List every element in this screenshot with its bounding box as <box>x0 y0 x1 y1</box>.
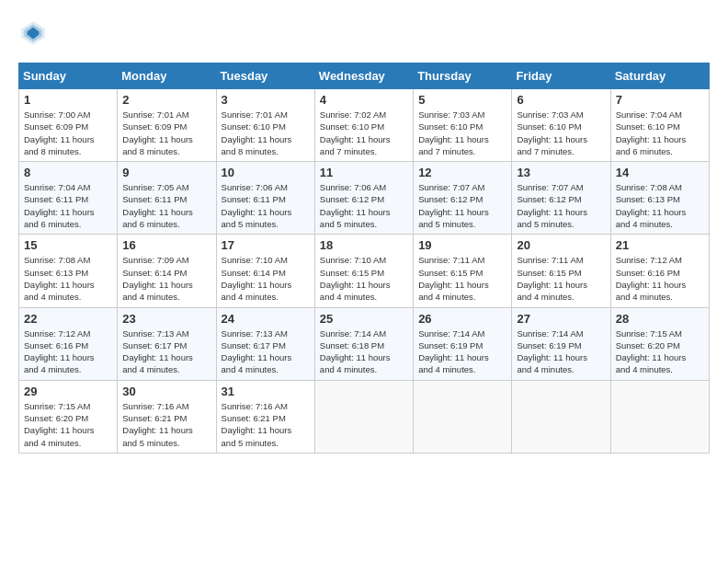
calendar-cell: 22Sunrise: 7:12 AM Sunset: 6:16 PM Dayli… <box>19 307 118 380</box>
calendar-cell <box>512 380 610 453</box>
calendar-cell: 17Sunrise: 7:10 AM Sunset: 6:14 PM Dayli… <box>216 235 314 307</box>
day-number: 27 <box>517 312 605 326</box>
calendar-cell: 5Sunrise: 7:03 AM Sunset: 6:10 PM Daylig… <box>414 89 512 162</box>
day-info: Sunrise: 7:07 AM Sunset: 6:12 PM Dayligh… <box>517 181 605 230</box>
day-header-sunday: Sunday <box>19 63 118 89</box>
day-number: 4 <box>320 93 408 107</box>
calendar-cell: 27Sunrise: 7:14 AM Sunset: 6:19 PM Dayli… <box>512 307 610 380</box>
calendar-cell: 30Sunrise: 7:16 AM Sunset: 6:21 PM Dayli… <box>118 380 216 453</box>
day-info: Sunrise: 7:06 AM Sunset: 6:11 PM Dayligh… <box>222 181 310 230</box>
day-info: Sunrise: 7:09 AM Sunset: 6:14 PM Dayligh… <box>122 254 210 303</box>
day-info: Sunrise: 7:14 AM Sunset: 6:19 PM Dayligh… <box>517 327 605 376</box>
day-number: 25 <box>320 312 408 326</box>
calendar-cell: 3Sunrise: 7:01 AM Sunset: 6:10 PM Daylig… <box>216 89 314 162</box>
day-number: 3 <box>222 93 310 107</box>
day-number: 15 <box>24 238 112 252</box>
day-number: 22 <box>24 312 112 326</box>
day-number: 29 <box>24 385 112 398</box>
day-number: 26 <box>418 312 506 326</box>
calendar-cell <box>414 380 512 453</box>
calendar-cell: 1Sunrise: 7:00 AM Sunset: 6:09 PM Daylig… <box>19 89 118 162</box>
calendar-header-row: SundayMondayTuesdayWednesdayThursdayFrid… <box>19 63 710 89</box>
calendar-cell: 13Sunrise: 7:07 AM Sunset: 6:12 PM Dayli… <box>512 162 610 235</box>
calendar-cell: 31Sunrise: 7:16 AM Sunset: 6:21 PM Dayli… <box>216 380 314 453</box>
calendar-cell <box>314 380 413 453</box>
day-number: 11 <box>320 166 408 179</box>
day-info: Sunrise: 7:03 AM Sunset: 6:10 PM Dayligh… <box>418 109 506 157</box>
page-header <box>18 18 710 48</box>
day-number: 10 <box>222 166 310 179</box>
calendar-row: 29Sunrise: 7:15 AM Sunset: 6:20 PM Dayli… <box>19 380 710 453</box>
calendar-cell: 7Sunrise: 7:04 AM Sunset: 6:10 PM Daylig… <box>610 89 709 162</box>
calendar-cell: 18Sunrise: 7:10 AM Sunset: 6:15 PM Dayli… <box>314 235 413 307</box>
day-header-wednesday: Wednesday <box>314 63 413 89</box>
day-info: Sunrise: 7:04 AM Sunset: 6:10 PM Dayligh… <box>616 109 704 157</box>
day-number: 12 <box>418 166 506 179</box>
day-header-thursday: Thursday <box>414 63 512 89</box>
day-header-tuesday: Tuesday <box>216 63 314 89</box>
calendar-cell: 9Sunrise: 7:05 AM Sunset: 6:11 PM Daylig… <box>118 162 216 235</box>
day-info: Sunrise: 7:10 AM Sunset: 6:14 PM Dayligh… <box>222 254 310 303</box>
calendar-cell: 29Sunrise: 7:15 AM Sunset: 6:20 PM Dayli… <box>19 380 118 453</box>
calendar-cell: 15Sunrise: 7:08 AM Sunset: 6:13 PM Dayli… <box>19 235 118 307</box>
day-number: 16 <box>122 238 210 252</box>
logo-icon <box>18 18 48 48</box>
calendar-cell: 2Sunrise: 7:01 AM Sunset: 6:09 PM Daylig… <box>118 89 216 162</box>
logo <box>18 18 51 48</box>
day-number: 7 <box>616 93 704 107</box>
calendar-cell: 24Sunrise: 7:13 AM Sunset: 6:17 PM Dayli… <box>216 307 314 380</box>
day-number: 24 <box>222 312 310 326</box>
day-info: Sunrise: 7:15 AM Sunset: 6:20 PM Dayligh… <box>24 400 112 449</box>
calendar-cell: 28Sunrise: 7:15 AM Sunset: 6:20 PM Dayli… <box>610 307 709 380</box>
day-info: Sunrise: 7:14 AM Sunset: 6:18 PM Dayligh… <box>320 327 408 376</box>
day-number: 14 <box>616 166 704 179</box>
day-info: Sunrise: 7:16 AM Sunset: 6:21 PM Dayligh… <box>122 400 210 449</box>
calendar-cell: 19Sunrise: 7:11 AM Sunset: 6:15 PM Dayli… <box>414 235 512 307</box>
day-info: Sunrise: 7:11 AM Sunset: 6:15 PM Dayligh… <box>517 254 605 303</box>
calendar-cell: 14Sunrise: 7:08 AM Sunset: 6:13 PM Dayli… <box>610 162 709 235</box>
day-info: Sunrise: 7:13 AM Sunset: 6:17 PM Dayligh… <box>222 327 310 376</box>
day-info: Sunrise: 7:07 AM Sunset: 6:12 PM Dayligh… <box>418 181 506 230</box>
day-info: Sunrise: 7:03 AM Sunset: 6:10 PM Dayligh… <box>517 109 605 157</box>
day-info: Sunrise: 7:12 AM Sunset: 6:16 PM Dayligh… <box>24 327 112 376</box>
day-info: Sunrise: 7:06 AM Sunset: 6:12 PM Dayligh… <box>320 181 408 230</box>
calendar-cell: 8Sunrise: 7:04 AM Sunset: 6:11 PM Daylig… <box>19 162 118 235</box>
day-number: 28 <box>616 312 704 326</box>
day-number: 21 <box>616 238 704 252</box>
day-number: 9 <box>122 166 210 179</box>
calendar-cell: 11Sunrise: 7:06 AM Sunset: 6:12 PM Dayli… <box>314 162 413 235</box>
day-info: Sunrise: 7:15 AM Sunset: 6:20 PM Dayligh… <box>616 327 704 376</box>
calendar-cell: 20Sunrise: 7:11 AM Sunset: 6:15 PM Dayli… <box>512 235 610 307</box>
calendar-cell: 12Sunrise: 7:07 AM Sunset: 6:12 PM Dayli… <box>414 162 512 235</box>
calendar-table: SundayMondayTuesdayWednesdayThursdayFrid… <box>18 63 710 454</box>
calendar-cell: 16Sunrise: 7:09 AM Sunset: 6:14 PM Dayli… <box>118 235 216 307</box>
day-number: 30 <box>122 385 210 398</box>
day-info: Sunrise: 7:00 AM Sunset: 6:09 PM Dayligh… <box>24 109 112 157</box>
day-number: 31 <box>222 385 310 398</box>
day-info: Sunrise: 7:01 AM Sunset: 6:10 PM Dayligh… <box>222 109 310 157</box>
day-header-saturday: Saturday <box>610 63 709 89</box>
day-number: 23 <box>122 312 210 326</box>
day-number: 6 <box>517 93 605 107</box>
calendar-cell: 25Sunrise: 7:14 AM Sunset: 6:18 PM Dayli… <box>314 307 413 380</box>
calendar-cell: 4Sunrise: 7:02 AM Sunset: 6:10 PM Daylig… <box>314 89 413 162</box>
day-info: Sunrise: 7:12 AM Sunset: 6:16 PM Dayligh… <box>616 254 704 303</box>
day-info: Sunrise: 7:16 AM Sunset: 6:21 PM Dayligh… <box>222 400 310 449</box>
day-number: 1 <box>24 93 112 107</box>
day-info: Sunrise: 7:11 AM Sunset: 6:15 PM Dayligh… <box>418 254 506 303</box>
day-info: Sunrise: 7:08 AM Sunset: 6:13 PM Dayligh… <box>24 254 112 303</box>
day-number: 8 <box>24 166 112 179</box>
calendar-row: 1Sunrise: 7:00 AM Sunset: 6:09 PM Daylig… <box>19 89 710 162</box>
day-number: 18 <box>320 238 408 252</box>
day-number: 13 <box>517 166 605 179</box>
day-number: 5 <box>418 93 506 107</box>
day-info: Sunrise: 7:14 AM Sunset: 6:19 PM Dayligh… <box>418 327 506 376</box>
day-info: Sunrise: 7:04 AM Sunset: 6:11 PM Dayligh… <box>24 181 112 230</box>
calendar-row: 8Sunrise: 7:04 AM Sunset: 6:11 PM Daylig… <box>19 162 710 235</box>
day-info: Sunrise: 7:08 AM Sunset: 6:13 PM Dayligh… <box>616 181 704 230</box>
calendar-cell: 21Sunrise: 7:12 AM Sunset: 6:16 PM Dayli… <box>610 235 709 307</box>
calendar-cell: 6Sunrise: 7:03 AM Sunset: 6:10 PM Daylig… <box>512 89 610 162</box>
day-info: Sunrise: 7:02 AM Sunset: 6:10 PM Dayligh… <box>320 109 408 157</box>
day-number: 2 <box>122 93 210 107</box>
day-info: Sunrise: 7:05 AM Sunset: 6:11 PM Dayligh… <box>122 181 210 230</box>
